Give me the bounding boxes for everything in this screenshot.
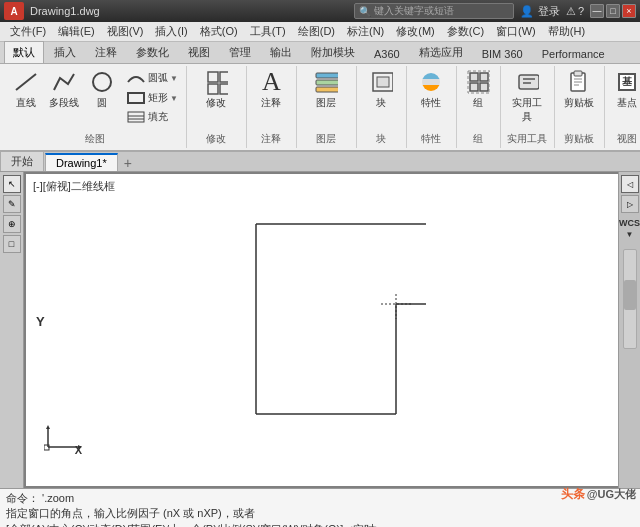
tool-3[interactable]: ⊕ (3, 215, 21, 233)
tab-default[interactable]: 默认 (4, 41, 44, 63)
tab-bim360[interactable]: BIM 360 (473, 44, 532, 63)
menu-modify[interactable]: 修改(M) (390, 22, 441, 41)
svg-rect-15 (470, 73, 478, 81)
properties-icon (419, 70, 443, 94)
group-button[interactable]: 组 (460, 68, 496, 112)
user-icon: 👤 (520, 5, 534, 18)
clipboard-icon (567, 70, 591, 94)
menu-dimension[interactable]: 标注(N) (341, 22, 390, 41)
right-panel: ◁ ▷ WCS ▼ (618, 172, 640, 488)
layer-button[interactable]: 图层 (308, 68, 344, 112)
annotate-button[interactable]: A 注释 (253, 68, 289, 112)
wcs-expand[interactable]: ▼ (626, 230, 634, 239)
tab-parametric[interactable]: 参数化 (127, 41, 178, 63)
svg-marker-37 (46, 425, 50, 429)
menu-view[interactable]: 视图(V) (101, 22, 150, 41)
x-axis-label: X (75, 444, 82, 456)
help-btn[interactable]: ? (578, 5, 584, 17)
annotate-tools: A 注释 (253, 68, 289, 130)
scrollbar-thumb[interactable] (624, 280, 636, 310)
arc-button[interactable]: 圆弧 ▼ (122, 68, 182, 88)
left-toolstrip: ↖ ✎ ⊕ □ (0, 172, 24, 488)
svg-rect-18 (480, 83, 488, 91)
svg-rect-7 (220, 72, 228, 82)
polyline-button[interactable]: 多段线 (46, 68, 82, 112)
title-bar: A Drawing1.dwg 🔍 键入关键字或短语 👤 登录 ⚠ ? — □ × (0, 0, 640, 22)
menu-insert[interactable]: 插入(I) (149, 22, 193, 41)
tab-insert[interactable]: 插入 (45, 41, 85, 63)
utilities-group-label: 实用工具 (507, 130, 547, 146)
ribbon-group-group: 组 组 (457, 66, 501, 148)
group-label: 组 (473, 96, 483, 110)
arc-icon (126, 70, 146, 86)
command-line-2: 指定窗口的角点，输入比例因子 (nX 或 nXP)，或者 (6, 506, 634, 521)
tab-output[interactable]: 输出 (261, 41, 301, 63)
menu-window[interactable]: 窗口(W) (490, 22, 542, 41)
menu-params[interactable]: 参数(C) (441, 22, 490, 41)
block-button[interactable]: 块 (363, 68, 399, 112)
modify-group-label: 修改 (206, 130, 226, 146)
search-bar[interactable]: 🔍 键入关键字或短语 (354, 3, 514, 19)
ribbon-group-view: 基 基点 视图 (605, 66, 640, 148)
add-tab-button[interactable]: + (119, 155, 137, 171)
properties-tools: 特性 (413, 68, 449, 130)
svg-point-1 (93, 73, 111, 91)
clipboard-button[interactable]: 剪贴板 (561, 68, 597, 112)
menu-help[interactable]: 帮助(H) (542, 22, 591, 41)
select-tool-button[interactable]: ↖ (3, 175, 21, 193)
properties-button[interactable]: 特性 (413, 68, 449, 112)
tool-4[interactable]: □ (3, 235, 21, 253)
tab-annotate[interactable]: 注释 (86, 41, 126, 63)
hatch-button[interactable]: 填充 (122, 108, 182, 126)
utilities-button[interactable]: 实用工具 (505, 68, 550, 126)
group-icon (466, 70, 490, 94)
tab-view[interactable]: 视图 (179, 41, 219, 63)
ribbon: 直线 多段线 圆 圆弧 ▼ (0, 64, 640, 152)
ribbon-group-layer: 图层 图层 (297, 66, 357, 148)
command-line-3: [全部(A)/中心(C)/动态(D)/范围(E)/上一个(P)/比例(S)/窗口… (6, 522, 634, 527)
tab-a360[interactable]: A360 (365, 44, 409, 63)
line-icon (14, 70, 38, 94)
annotate-group-label: 注释 (261, 130, 281, 146)
canvas-area: ↖ ✎ ⊕ □ [-][俯视]二维线框 Y (0, 172, 640, 488)
polyline-icon (52, 70, 76, 94)
tab-manage[interactable]: 管理 (220, 41, 260, 63)
login-label[interactable]: 登录 (538, 4, 560, 19)
annotate-label: 注释 (261, 96, 281, 110)
y-axis-label: Y (36, 314, 45, 329)
close-button[interactable]: × (622, 4, 636, 18)
line-button[interactable]: 直线 (8, 68, 44, 112)
menu-format[interactable]: 格式(O) (194, 22, 244, 41)
menu-tools[interactable]: 工具(T) (244, 22, 292, 41)
basepoint-button[interactable]: 基 基点 (609, 68, 640, 112)
ribbon-group-modify: 修改 修改 (187, 66, 247, 148)
tab-featured[interactable]: 精选应用 (410, 41, 472, 63)
panel-btn-2[interactable]: ▷ (621, 195, 639, 213)
clipboard-label: 剪贴板 (564, 96, 594, 110)
drawing-svg (26, 174, 618, 486)
tab-performance[interactable]: Performance (533, 44, 614, 63)
basepoint-icon: 基 (615, 70, 639, 94)
app-logo: A (4, 2, 24, 20)
rect-button[interactable]: 矩形 ▼ (122, 89, 182, 107)
drawing-canvas[interactable]: [-][俯视]二维线框 Y X (26, 174, 618, 486)
minimize-button[interactable]: — (590, 4, 604, 18)
menu-edit[interactable]: 编辑(E) (52, 22, 101, 41)
svg-rect-8 (208, 84, 218, 94)
tool-2[interactable]: ✎ (3, 195, 21, 213)
menu-file[interactable]: 文件(F) (4, 22, 52, 41)
drawing-tab[interactable]: Drawing1* (45, 153, 118, 171)
panel-btn-1[interactable]: ◁ (621, 175, 639, 193)
tab-addmodule[interactable]: 附加模块 (302, 41, 364, 63)
start-tab[interactable]: 开始 (0, 151, 44, 171)
circle-button[interactable]: 圆 (84, 68, 120, 112)
svg-rect-16 (480, 73, 488, 81)
group-group-label: 组 (473, 130, 483, 146)
block-label: 块 (376, 96, 386, 110)
restore-button[interactable]: □ (606, 4, 620, 18)
menu-draw[interactable]: 绘图(D) (292, 22, 341, 41)
circle-icon (90, 70, 114, 94)
clipboard-tools: 剪贴板 (561, 68, 597, 130)
vertical-scrollbar[interactable] (623, 249, 637, 349)
modify-button[interactable]: 修改 (191, 68, 241, 112)
